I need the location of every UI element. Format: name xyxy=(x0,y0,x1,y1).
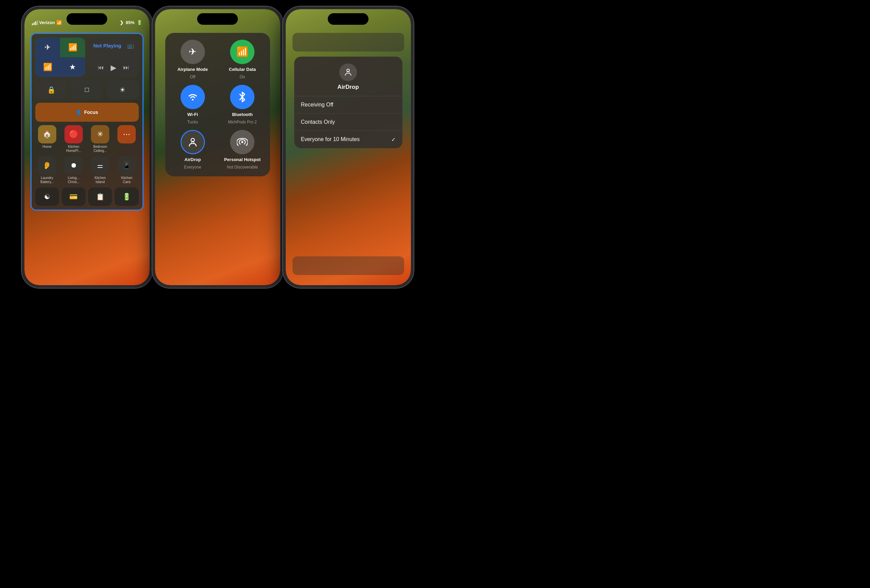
status-left: Verizon 📶 xyxy=(32,20,62,25)
exp-bluetooth-sub: MichPods Pro 2 xyxy=(228,120,257,125)
focus-label: Focus xyxy=(84,110,98,115)
fast-forward-button[interactable]: ⏭ xyxy=(123,64,129,71)
wifi-btn[interactable]: 📶 xyxy=(35,57,60,77)
exp-hotspot[interactable]: Personal Hotspot Not Discoverable xyxy=(220,130,265,169)
home-section: 🏠 Home 🔴 Kitchen HomePl... ✳ Bedroom Cei… xyxy=(35,125,139,153)
home-item-extra[interactable]: ⋯ xyxy=(115,125,139,153)
airdrop-option-off[interactable]: Receiving Off xyxy=(294,96,402,114)
yin-yang-btn[interactable]: ☯ xyxy=(35,187,59,206)
bat-item-2[interactable]: ⏺ Living... Christ... xyxy=(62,156,85,184)
volume-down-button[interactable] xyxy=(22,80,24,94)
phone-1: Verizon 📶 ❯ 85% 🔋 ✈ 📶 📶 xyxy=(22,6,152,288)
bat-item-4[interactable]: 📱 Kitchen Cans xyxy=(115,156,139,184)
connectivity-section: ✈ 📶 📶 ★ Not Playing 📺 ⏮ xyxy=(35,38,139,77)
home-icon-bedroom: ✳ xyxy=(91,125,109,143)
control-center-expanded: ✈ Airplane Mode Off 📶 Cellular Data On xyxy=(165,33,270,176)
home-item-bedroom[interactable]: ✳ Bedroom Ceiling... xyxy=(88,125,112,153)
power-button-3[interactable] xyxy=(412,70,414,94)
bat-label-4: Kitchen Cans xyxy=(117,176,136,184)
airplane-icon: ✈ xyxy=(45,43,51,52)
volume-up-button-3[interactable] xyxy=(283,64,285,77)
dynamic-island-2 xyxy=(197,13,238,25)
airdrop-option-everyone[interactable]: Everyone for 10 Minutes ✓ xyxy=(294,131,402,148)
mute-button[interactable] xyxy=(22,50,24,60)
screen-mirror-btn[interactable]: □ xyxy=(71,80,103,99)
exp-airdrop[interactable]: AirDrop Everyone xyxy=(171,130,215,169)
bluetooth-btn[interactable]: ★ xyxy=(60,57,85,77)
power-button-2[interactable] xyxy=(281,70,283,94)
notes-btn[interactable]: 📋 xyxy=(88,187,112,206)
airdrop-options: Receiving Off Contacts Only Everyone for… xyxy=(294,96,402,148)
phone-3: AirDrop Receiving Off Contacts Only Ever… xyxy=(283,6,414,288)
wifi-status-icon: 📶 xyxy=(56,20,62,25)
airdrop-everyone-label: Everyone for 10 Minutes xyxy=(301,136,360,143)
airplay-icon[interactable]: 📺 xyxy=(127,42,134,49)
dynamic-island-3 xyxy=(328,13,368,25)
svg-point-0 xyxy=(192,99,194,100)
airdrop-off-label: Receiving Off xyxy=(301,102,334,108)
mute-button-3[interactable] xyxy=(283,50,285,60)
home-item-kitchen[interactable]: 🔴 Kitchen HomePl... xyxy=(62,125,85,153)
media-player[interactable]: Not Playing 📺 ⏮ ▶ ⏭ xyxy=(89,38,139,77)
orientation-lock-btn[interactable]: 🔒 xyxy=(35,80,67,99)
brightness-icon: ☀ xyxy=(119,86,125,94)
bat-icon-2: ⏺ xyxy=(64,156,83,175)
expanded-grid: ✈ Airplane Mode Off 📶 Cellular Data On xyxy=(171,40,265,169)
volume-up-button-2[interactable] xyxy=(152,64,154,77)
second-row: 🔒 □ ☀ xyxy=(35,80,139,99)
power-button[interactable] xyxy=(150,70,152,94)
airplane-mode-btn[interactable]: ✈ xyxy=(35,38,60,57)
home-label-kitchen: Kitchen HomePl... xyxy=(64,145,83,153)
blur-panel-top xyxy=(292,33,404,52)
volume-up-button[interactable] xyxy=(22,64,24,77)
bat-icon-1: 👂 xyxy=(38,156,56,175)
airdrop-popup-icon xyxy=(339,64,357,81)
play-button[interactable]: ▶ xyxy=(110,64,116,72)
wallet-btn[interactable]: 💳 xyxy=(62,187,85,206)
location-icon: ❯ xyxy=(120,20,124,25)
airdrop-option-contacts[interactable]: Contacts Only xyxy=(294,114,402,131)
battery-percent: 85% xyxy=(125,20,134,25)
exp-airplane[interactable]: ✈ Airplane Mode Off xyxy=(171,40,215,79)
exp-airplane-icon: ✈ xyxy=(180,40,205,64)
brightness-btn[interactable]: ☀ xyxy=(107,80,139,99)
rewind-button[interactable]: ⏮ xyxy=(98,64,104,71)
yin-yang-icon: ☯ xyxy=(44,193,50,201)
battery-icon: 🔋 xyxy=(137,20,142,25)
status-right: ❯ 85% 🔋 xyxy=(120,20,142,25)
airdrop-popup: AirDrop Receiving Off Contacts Only Ever… xyxy=(294,56,402,148)
wallet-icon: 💳 xyxy=(69,193,78,201)
bottom-toolbar: ☯ 💳 📋 🔋 xyxy=(35,187,139,206)
focus-btn[interactable]: 👤 Focus xyxy=(35,103,139,122)
exp-bluetooth[interactable]: Bluetooth MichPods Pro 2 xyxy=(220,85,265,125)
blur-panel-bottom xyxy=(292,256,404,275)
bat-label-2: Living... Christ... xyxy=(64,176,83,184)
cellular-btn[interactable]: 📶 xyxy=(60,38,85,57)
airdrop-popup-title: AirDrop xyxy=(337,84,359,91)
exp-wifi[interactable]: Wi-Fi Tucks xyxy=(171,85,215,125)
home-item-home[interactable]: 🏠 Home xyxy=(35,125,59,153)
focus-icon: 👤 xyxy=(76,110,82,115)
exp-hotspot-icon xyxy=(230,130,255,154)
exp-cellular[interactable]: 📶 Cellular Data On xyxy=(220,40,265,79)
bat-item-3[interactable]: ⚌ Kitchen Island xyxy=(88,156,112,184)
battery-widget-btn[interactable]: 🔋 xyxy=(115,187,139,206)
exp-wifi-label: Wi-Fi xyxy=(187,112,198,117)
mute-button-2[interactable] xyxy=(152,50,154,60)
airdrop-contacts-label: Contacts Only xyxy=(301,119,335,125)
exp-hotspot-label: Personal Hotspot xyxy=(224,157,261,162)
home-icon-extra: ⋯ xyxy=(118,125,136,143)
orientation-lock-icon: 🔒 xyxy=(47,86,56,94)
exp-airdrop-icon xyxy=(180,130,205,154)
connectivity-grid-left[interactable]: ✈ 📶 📶 ★ xyxy=(35,38,85,77)
airdrop-header: AirDrop xyxy=(294,64,402,96)
bluetooth-icon: ★ xyxy=(69,63,76,71)
exp-airdrop-label: AirDrop xyxy=(185,157,201,162)
home-icon-house: 🏠 xyxy=(38,125,56,143)
bat-item-1[interactable]: 👂 Laundry Battery... xyxy=(35,156,59,184)
bat-icon-4: 📱 xyxy=(118,156,136,175)
notes-icon: 📋 xyxy=(96,193,104,201)
volume-down-button-2[interactable] xyxy=(152,80,154,94)
volume-down-button-3[interactable] xyxy=(283,80,285,94)
exp-cellular-icon: 📶 xyxy=(230,40,255,64)
